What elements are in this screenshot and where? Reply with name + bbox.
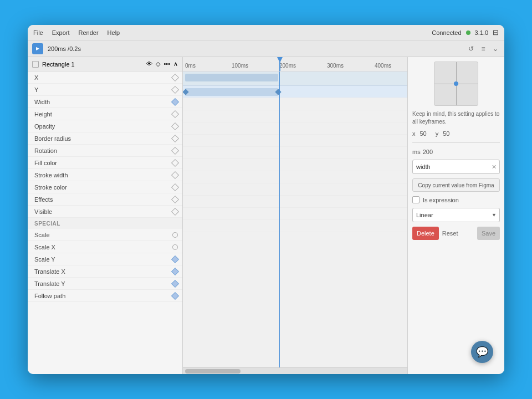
left-panel: Rectangle 1 👁 ◇ ••• ∧ X Y	[28, 57, 183, 374]
more-icon[interactable]: •••	[163, 60, 170, 68]
timeline-track-border-radius	[183, 147, 407, 159]
prop-rotation: Rotation	[28, 145, 182, 157]
prop-stroke-width: Stroke width	[28, 169, 182, 181]
ruler-300ms: 300ms	[327, 63, 344, 69]
ruler-100ms: 100ms	[232, 63, 248, 69]
timeline-track-stroke-width	[183, 183, 407, 196]
menu-render[interactable]: Render	[79, 29, 99, 36]
prop-stroke-color: Stroke color	[28, 181, 182, 193]
timeline-ruler: 0ms 100ms 200ms 300ms 400ms 50	[183, 57, 407, 71]
toolbar: 200ms /0.2s ↺ ≡ ⌄	[28, 40, 504, 57]
timeline-track-height	[183, 122, 407, 135]
timeline-track-opacity	[183, 135, 407, 147]
scroll-thumb[interactable]	[185, 369, 241, 374]
main-area: Rectangle 1 👁 ◇ ••• ∧ X Y	[28, 57, 504, 374]
prop-scale-y: Scale Y	[28, 253, 182, 265]
prop-border-radius: Border radius	[28, 132, 182, 145]
menu-bar: File Export Render Help Connected 3.1.0 …	[28, 25, 504, 40]
menu-file[interactable]: File	[33, 29, 43, 36]
prop-width: Width	[28, 96, 182, 108]
prop-scaley-diamond[interactable]	[171, 255, 179, 263]
special-section-label: SPECIAL	[28, 218, 182, 229]
menu-export[interactable]: Export	[52, 29, 70, 36]
save-button[interactable]: Save	[477, 227, 500, 240]
prop-scalex-diamond[interactable]	[171, 243, 179, 250]
input-wrapper: ✕	[412, 160, 500, 174]
prop-translatex-diamond[interactable]	[171, 267, 179, 275]
prop-visible-diamond[interactable]	[171, 207, 179, 215]
prop-border-radius-diamond[interactable]	[171, 134, 179, 142]
is-expression-row: Is expression	[412, 196, 500, 203]
prop-opacity-diamond[interactable]	[171, 122, 179, 130]
toolbar-icons: ↺ ≡ ⌄	[467, 44, 500, 53]
prop-fill-color: Fill color	[28, 157, 182, 169]
prop-y-diamond[interactable]	[171, 85, 179, 93]
easing-select-wrapper: Linear Ease In Ease Out Ease In Out Cust…	[412, 208, 500, 222]
preview-dot	[454, 81, 458, 86]
collapse-icon[interactable]: ∧	[173, 60, 178, 68]
prop-scale-diamond[interactable]	[171, 231, 179, 238]
y-label: y	[436, 130, 439, 137]
timeline-track-x	[183, 98, 407, 110]
copy-from-figma-button[interactable]: Copy current value from Figma	[412, 178, 500, 192]
menu-bar-right: Connected 3.1.0 ⊟	[432, 28, 499, 37]
reset-icon[interactable]: ↺	[467, 44, 475, 53]
prop-follow-path: Follow path	[28, 290, 182, 302]
ms-value: 200	[423, 149, 433, 155]
play-button[interactable]	[32, 43, 43, 54]
prop-visible: Visible	[28, 206, 182, 218]
prop-translate-x: Translate X	[28, 265, 182, 278]
prop-followpath-diamond[interactable]	[171, 291, 179, 299]
prop-width-diamond[interactable]	[171, 98, 179, 105]
reset-button[interactable]: Reset	[442, 227, 458, 240]
y-value: 50	[443, 130, 449, 137]
settings-icon[interactable]: ≡	[479, 44, 488, 53]
prop-stroke-width-diamond[interactable]	[171, 171, 179, 178]
version-label: 3.1.0	[475, 29, 488, 36]
prop-translate-y: Translate Y	[28, 278, 182, 290]
prop-x: X	[28, 71, 182, 84]
connected-dot	[466, 30, 470, 35]
expand-icon[interactable]: ⌄	[491, 44, 500, 53]
eye-icon[interactable]: 👁	[146, 60, 152, 68]
timeline-content	[183, 71, 407, 367]
timeline-track-rotation	[183, 159, 407, 171]
layer-visibility-toggle[interactable]	[32, 61, 39, 68]
timeline-scrollbar[interactable]	[183, 367, 407, 374]
ruler-400ms: 400ms	[375, 63, 391, 69]
width-keyframe-bar	[185, 88, 278, 96]
prop-translatey-diamond[interactable]	[171, 279, 179, 287]
action-row: Delete Reset Save	[412, 227, 500, 240]
easing-select[interactable]: Linear Ease In Ease Out Ease In Out Cust…	[412, 208, 500, 222]
delete-button[interactable]: Delete	[412, 227, 439, 240]
prop-effects-diamond[interactable]	[171, 195, 179, 203]
clear-icon[interactable]: ✕	[492, 163, 497, 171]
prop-fill-color-diamond[interactable]	[171, 158, 179, 166]
menu-icon: ⊟	[493, 28, 499, 37]
divider-1	[412, 142, 500, 143]
ruler-0ms: 0ms	[185, 63, 196, 69]
timeline-track-stroke-color	[183, 196, 407, 208]
prop-rotation-diamond[interactable]	[171, 146, 179, 154]
prop-scale-x: Scale X	[28, 241, 182, 253]
playhead-line	[279, 71, 280, 367]
timeline-track-visible	[183, 220, 407, 232]
is-expression-checkbox[interactable]	[412, 196, 420, 203]
prop-height-diamond[interactable]	[171, 110, 179, 117]
prop-y: Y	[28, 84, 182, 96]
value-input[interactable]	[412, 160, 500, 174]
keyframe-icon[interactable]: ◇	[156, 60, 160, 68]
is-expression-label: Is expression	[423, 197, 459, 203]
prop-x-diamond[interactable]	[171, 73, 179, 81]
playhead[interactable]	[279, 57, 280, 71]
timeline-area: 0ms 100ms 200ms 300ms 400ms 50	[183, 57, 407, 374]
prop-effects: Effects	[28, 193, 182, 206]
hint-text: Keep in mind, this setting applies to al…	[412, 110, 500, 126]
x-value: 50	[420, 130, 427, 137]
menu-help[interactable]: Help	[108, 29, 120, 36]
keyframe-preview	[434, 62, 478, 106]
timeline-track-y	[183, 110, 407, 122]
prop-stroke-color-diamond[interactable]	[171, 183, 179, 191]
x-label: x	[412, 130, 416, 137]
chat-button[interactable]	[471, 341, 493, 363]
